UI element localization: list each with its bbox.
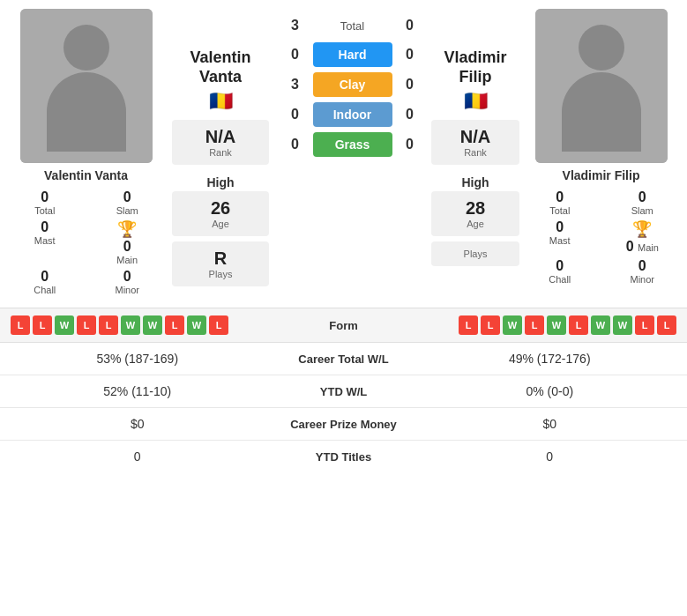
right-total-stat: 0 Total bbox=[524, 189, 596, 216]
hard-row: 0 Hard 0 bbox=[278, 42, 427, 67]
clay-right-score: 0 bbox=[400, 77, 421, 93]
left-total-value: 0 bbox=[41, 189, 49, 205]
right-rank-label: Rank bbox=[437, 147, 514, 158]
right-slam-label: Slam bbox=[631, 205, 653, 216]
right-peak: High bbox=[461, 170, 489, 191]
form-badge: W bbox=[121, 315, 140, 335]
stat-label: Career Total W/L bbox=[265, 353, 423, 366]
center-section: 3 Total 0 0 Hard 0 3 Clay 0 0 Indoor 0 bbox=[278, 9, 427, 295]
form-badge: W bbox=[503, 315, 522, 335]
right-slam-stat: 0 Slam bbox=[607, 189, 679, 216]
total-right-score: 0 bbox=[400, 18, 421, 33]
top-section: Valentin Vanta 0 Total 0 Slam 0 Mast 🏆 bbox=[0, 0, 687, 304]
right-chall-value: 0 bbox=[556, 258, 564, 274]
stat-label: YTD W/L bbox=[265, 385, 423, 398]
right-minor-label: Minor bbox=[630, 274, 654, 285]
right-rank-block: N/A Rank bbox=[431, 120, 519, 165]
stat-label: Career Prize Money bbox=[265, 418, 423, 431]
left-main-trophy: 🏆 0 Main bbox=[92, 219, 164, 265]
left-slam-label: Slam bbox=[116, 205, 138, 216]
left-main-label: Main bbox=[116, 255, 138, 265]
clay-badge: Clay bbox=[313, 72, 392, 97]
form-badge: W bbox=[613, 315, 632, 335]
left-rank-block: N/A Rank bbox=[172, 120, 269, 165]
left-player-name: Valentin Vanta bbox=[44, 168, 128, 182]
stat-left-value: 0 bbox=[11, 449, 265, 464]
form-badge: L bbox=[635, 315, 654, 335]
left-peak: High bbox=[206, 170, 234, 191]
left-player-stats: 0 Total 0 Slam 0 Mast 🏆 bbox=[9, 189, 163, 295]
form-badge: W bbox=[143, 315, 162, 335]
total-row: 3 Total 0 bbox=[278, 18, 427, 33]
right-main-value: 0 bbox=[626, 239, 634, 254]
left-chall-stat: 0 Chall bbox=[9, 269, 81, 295]
right-form-badges: LLWLWLWWLL bbox=[397, 315, 677, 335]
bottom-section: LLWLLWWLWL Form LLWLWLWWLL 53% (187-169)… bbox=[0, 308, 687, 472]
left-age-value: 26 bbox=[177, 198, 264, 219]
grass-badge: Grass bbox=[313, 132, 392, 157]
stat-label: YTD Titles bbox=[265, 450, 423, 464]
left-slam-stat: 0 Slam bbox=[92, 189, 164, 216]
right-age-value: 28 bbox=[437, 198, 514, 219]
hard-right-score: 0 bbox=[400, 47, 421, 63]
grass-left-score: 0 bbox=[285, 137, 306, 152]
left-plays-label: Plays bbox=[177, 269, 264, 279]
left-total-stat: 0 Total bbox=[9, 189, 81, 216]
right-player-stats: 0 Total 0 Slam 0 Mast 🏆 0 bbox=[524, 189, 678, 285]
bottom-stats-container: 53% (187-169) Career Total W/L 49% (172-… bbox=[0, 343, 687, 472]
stat-right-value: 0 bbox=[423, 449, 677, 464]
left-plays-block: R Plays bbox=[172, 241, 269, 286]
total-label: Total bbox=[313, 19, 392, 33]
form-badge: L bbox=[481, 315, 500, 335]
right-plays-label: Plays bbox=[437, 249, 514, 259]
grass-row: 0 Grass 0 bbox=[278, 132, 427, 157]
left-chall-value: 0 bbox=[41, 269, 49, 285]
right-player-avatar bbox=[535, 9, 668, 163]
left-minor-value: 0 bbox=[123, 269, 131, 285]
right-minor-stat: 0 Minor bbox=[607, 258, 679, 285]
left-plays-value: R bbox=[177, 249, 264, 269]
form-badge: L bbox=[525, 315, 544, 335]
left-age-block: 26 Age bbox=[172, 191, 269, 236]
stat-left-value: 52% (11-10) bbox=[11, 384, 265, 398]
total-left-score: 3 bbox=[285, 18, 306, 33]
right-mast-stat: 0 Mast bbox=[524, 219, 596, 255]
left-player-avatar bbox=[20, 9, 153, 163]
right-main-trophy: 🏆 0 Main bbox=[607, 219, 679, 255]
clay-row: 3 Clay 0 bbox=[278, 72, 427, 97]
form-badge: L bbox=[569, 315, 588, 335]
form-label: Form bbox=[291, 319, 397, 332]
form-row: LLWLLWWLWL Form LLWLWLWWLL bbox=[0, 308, 687, 343]
form-badge: L bbox=[77, 315, 96, 335]
left-total-label: Total bbox=[34, 205, 55, 216]
right-total-value: 0 bbox=[556, 189, 564, 205]
right-age-block: 28 Age bbox=[431, 191, 519, 236]
hard-left-score: 0 bbox=[285, 47, 306, 63]
main-container: Valentin Vanta 0 Total 0 Slam 0 Mast 🏆 bbox=[0, 0, 687, 472]
right-player-name: Vladimir Filip bbox=[563, 168, 640, 182]
form-badge: L bbox=[657, 315, 676, 335]
stat-row: 0 YTD Titles 0 bbox=[0, 441, 687, 472]
stat-left-value: 53% (187-169) bbox=[11, 352, 265, 366]
right-chall-stat: 0 Chall bbox=[524, 258, 596, 285]
form-badge: L bbox=[209, 315, 228, 335]
right-main-label: Main bbox=[638, 242, 659, 253]
right-minor-value: 0 bbox=[638, 258, 646, 274]
form-badge: W bbox=[591, 315, 610, 335]
grass-right-score: 0 bbox=[400, 137, 421, 152]
left-mast-value: 0 bbox=[41, 219, 49, 235]
stat-right-value: $0 bbox=[423, 417, 677, 431]
form-badge: L bbox=[33, 315, 52, 335]
indoor-right-score: 0 bbox=[400, 107, 421, 122]
stat-row: 53% (187-169) Career Total W/L 49% (172-… bbox=[0, 343, 687, 375]
left-rank-value: N/A bbox=[177, 127, 264, 147]
right-mid-stats: Vladimir Filip 🇷🇴 N/A Rank High 28 Age P… bbox=[427, 9, 524, 295]
right-trophy-icon: 🏆 bbox=[632, 219, 652, 239]
indoor-left-score: 0 bbox=[285, 107, 306, 122]
left-chall-label: Chall bbox=[34, 285, 56, 295]
stat-right-value: 0% (0-0) bbox=[423, 384, 677, 398]
stat-right-value: 49% (172-176) bbox=[423, 352, 677, 366]
left-mid-stats: Valentin Vanta 🇷🇴 N/A Rank High 26 Age R… bbox=[163, 9, 278, 295]
indoor-row: 0 Indoor 0 bbox=[278, 102, 427, 127]
left-minor-stat: 0 Minor bbox=[92, 269, 164, 295]
